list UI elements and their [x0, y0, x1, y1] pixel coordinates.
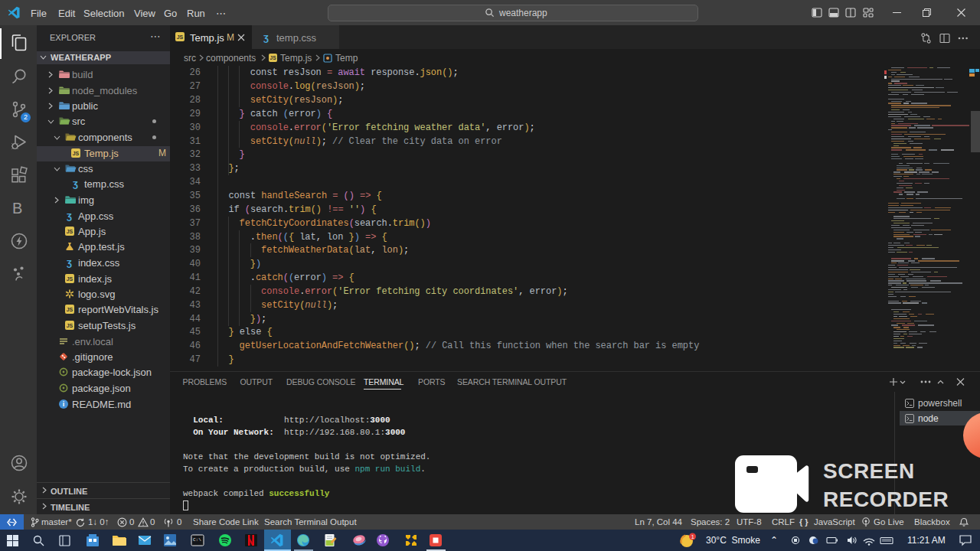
svg-text:1: 1 — [691, 534, 694, 540]
svg-text:C:\: C:\ — [193, 537, 201, 543]
